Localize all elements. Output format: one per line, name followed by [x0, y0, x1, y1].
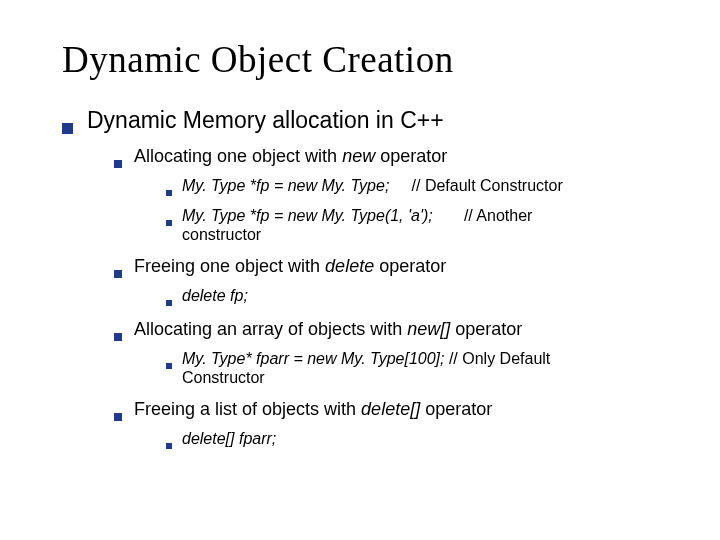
bullet-level2: Freeing one object with delete operator [114, 256, 670, 277]
square-bullet-icon [62, 123, 73, 134]
bullet-level3: My. Type *fp = new My. Type(1, 'a'); // … [166, 205, 670, 227]
bullet-level2: Allocating an array of objects with new[… [114, 319, 670, 340]
bullet-level2: Freeing a list of objects with delete[] … [114, 399, 670, 420]
code-line: My. Type* fparr = new My. Type[100]; // … [182, 348, 550, 370]
bullet-level3: My. Type *fp = new My. Type; // Default … [166, 175, 670, 197]
continuation-line: Constructor [182, 369, 670, 387]
bullet-level3: My. Type* fparr = new My. Type[100]; // … [166, 348, 670, 370]
bullet-level3: delete fp; [166, 285, 670, 307]
subhead-text: Allocating one object with new operator [134, 146, 447, 167]
subhead-text: Freeing one object with delete operator [134, 256, 446, 277]
subhead-text: Freeing a list of objects with delete[] … [134, 399, 492, 420]
continuation-line: constructor [182, 226, 670, 244]
square-bullet-icon [114, 333, 122, 341]
bullet-level1: Dynamic Memory allocation in C++ [62, 107, 670, 134]
bullet-level2: Allocating one object with new operator [114, 146, 670, 167]
square-bullet-icon [166, 220, 172, 226]
slide: Dynamic Object Creation Dynamic Memory a… [0, 0, 720, 540]
subhead-text: Allocating an array of objects with new[… [134, 319, 522, 340]
square-bullet-icon [114, 160, 122, 168]
code-line: delete fp; [182, 285, 248, 307]
square-bullet-icon [114, 413, 122, 421]
square-bullet-icon [114, 270, 122, 278]
code-line: delete[] fparr; [182, 428, 276, 450]
slide-title: Dynamic Object Creation [62, 38, 670, 81]
bullet-level3: delete[] fparr; [166, 428, 670, 450]
square-bullet-icon [166, 363, 172, 369]
square-bullet-icon [166, 190, 172, 196]
code-line: My. Type *fp = new My. Type(1, 'a'); // … [182, 205, 532, 227]
square-bullet-icon [166, 443, 172, 449]
square-bullet-icon [166, 300, 172, 306]
code-line: My. Type *fp = new My. Type; // Default … [182, 175, 563, 197]
heading-text: Dynamic Memory allocation in C++ [87, 107, 444, 134]
